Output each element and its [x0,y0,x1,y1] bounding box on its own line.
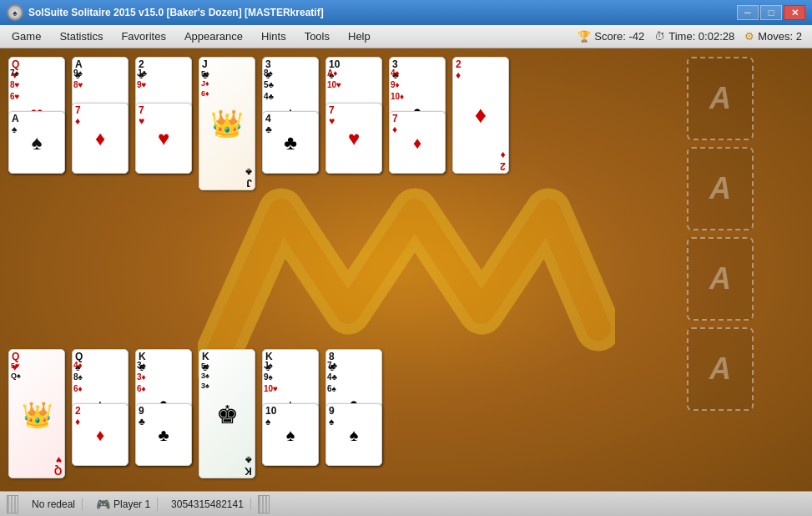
score-icon: 🏆 [577,30,591,43]
pile-1: Q♥ ♥ Q♥ 7♠ 8♥ 6♥ A♠ ♠ [8,57,65,190]
clock-icon: ⏱ [654,30,665,43]
status-bar: No redeal 🎮 Player 1 3054315482141 [0,491,812,516]
pile-4: J♣ 👑 J♣ 5♠ J♦ 6♦ [199,57,255,190]
app-icon: ♠ [7,4,23,21]
menu-hints[interactable]: Hints [253,28,295,45]
card-top[interactable]: 9♣ ♣ [135,403,192,466]
bottom-pile-1: Q♥ 👑 Q♥ 5♥ Q♠ [8,349,65,483]
card-top[interactable]: 7♥ ♥ [325,103,382,174]
foundation-slot-2[interactable]: A [687,147,754,230]
pile-5: 3♠ ♠ 3♠ 8♠ 5♣ 4♣ 4♣ ♣ [262,57,319,190]
score-display: 🏆 Score: -42 [577,30,644,43]
card[interactable]: K♣ ♚ K♣ 5♠ 3♠ 3♠ [199,349,255,478]
time-display: ⏱ Time: 0:02:28 [654,30,734,43]
foundation-slot-3[interactable]: A [687,237,754,321]
player-label: Player 1 [113,498,150,510]
menu-favorites[interactable]: Favorites [113,28,174,45]
menu-bar: Game Statistics Favorites Appearance Hin… [0,25,812,48]
menu-tools[interactable]: Tools [296,28,338,45]
bottom-pile-6: 8♣ ♣ 8♣ 7♣ 4♣ 6♠ 9♠ ♠ [325,349,382,483]
no-redeal-status: No redeal [25,498,83,510]
time-value: Time: 0:02:28 [668,30,734,43]
foundation-area: A A A A [687,57,804,411]
moves-icon: ⚙ [744,30,754,43]
moves-value: Moves: 2 [758,30,802,43]
pile-3: 2♠ ♠ 2♠ J♣ 9♥ 7♥ ♥ [135,57,192,190]
card-top[interactable]: 10♠ ♠ [262,403,319,466]
menu-help[interactable]: Help [340,28,379,45]
bottom-pile-5: K♠ ♠ K♠ J♠ 9♠ 10♥ 10♠ ♠ [262,349,319,483]
top-row-piles: Q♥ ♥ Q♥ 7♠ 8♥ 6♥ A♠ ♠ A♠ ♠ A♠ [8,57,509,190]
maximize-button[interactable]: □ [760,5,782,20]
status-grip-right[interactable] [258,495,270,513]
bottom-pile-4: K♣ ♚ K♣ 5♠ 3♠ 3♠ [199,349,255,483]
card-top[interactable]: 7♦ ♦ [72,103,129,174]
pile-7: 3♣ ♣ 3♣ 4♦ 9♦ 10♦ 7♦ ♦ [389,57,446,190]
foundation-slot-4[interactable]: A [687,327,754,411]
menu-appearance[interactable]: Appearance [176,28,251,45]
card-top[interactable]: 7♥ ♥ [135,103,192,174]
player-status: 🎮 Player 1 [89,498,158,511]
score-value: Score: -42 [594,30,644,43]
pile-6: 10♠ ♠ 10♠ A♦ 10♥ 7♥ ♥ [325,57,382,190]
close-button[interactable]: ✕ [784,5,805,20]
bottom-row-piles: Q♥ 👑 Q♥ 5♥ Q♠ Q♠ ♠ Q♠ 4♦ 8♠ 6♦ [8,349,382,483]
moves-display: ⚙ Moves: 2 [744,30,802,43]
card-single[interactable]: 2♦ ♦ 2♦ [452,57,509,174]
pile-2: A♠ ♠ A♠ 9♠ 8♥ 7♦ ♦ [72,57,129,190]
card-top[interactable]: A♠ ♠ [8,111,65,174]
title-bar: ♠ SolSuite Solitaire 2015 v15.0 [Baker's… [0,0,812,25]
card[interactable]: J♣ 👑 J♣ 5♠ J♦ 6♦ [199,57,255,190]
minimize-button[interactable]: ─ [737,5,759,20]
bottom-pile-3: K♣ ♣ K♣ 3♠ 3♦ 6♦ 9♣ ♣ [135,349,192,483]
no-redeal-label: No redeal [32,498,75,510]
status-grip-left[interactable] [7,495,18,513]
menu-game[interactable]: Game [3,28,49,45]
card-top[interactable]: 9♠ ♠ [325,403,382,466]
game-id-label: 3054315482141 [171,498,244,510]
game-area: Q♥ ♥ Q♥ 7♠ 8♥ 6♥ A♠ ♠ A♠ ♠ A♠ [0,48,812,491]
foundation-slot-1[interactable]: A [687,57,754,140]
card[interactable]: Q♥ 👑 Q♥ 5♥ Q♠ [8,349,65,478]
card-top[interactable]: 4♣ ♣ [262,111,319,174]
pile-8: 2♦ ♦ 2♦ [452,57,509,190]
game-id-status: 3054315482141 [164,498,251,510]
window-title: SolSuite Solitaire 2015 v15.0 [Baker's D… [28,7,324,18]
card-top[interactable]: 7♦ ♦ [389,111,446,174]
card-top[interactable]: 2♦ ♦ [72,403,129,466]
menu-statistics[interactable]: Statistics [51,28,111,45]
player-icon: 🎮 [96,498,110,511]
bottom-pile-2: Q♠ ♠ Q♠ 4♦ 8♠ 6♦ 2♦ ♦ [72,349,129,483]
